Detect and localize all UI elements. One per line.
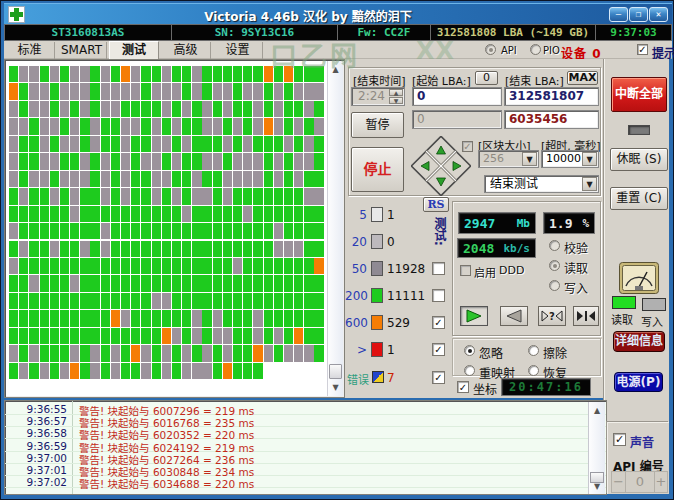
- reset-button[interactable]: 重置 (C): [610, 187, 668, 210]
- details-button[interactable]: 详细信息: [613, 331, 665, 352]
- scan-block: [40, 275, 49, 291]
- scan-block: [213, 275, 222, 291]
- map-scroll-thumb[interactable]: [329, 364, 342, 379]
- seek-test-button[interactable]: ?: [538, 306, 566, 326]
- end-time-spinner[interactable]: 2:24 ▲ ▼: [351, 87, 405, 106]
- scan-block: [162, 223, 171, 239]
- tab-测试[interactable]: 测试: [109, 41, 159, 59]
- scan-block: [101, 101, 110, 117]
- spin-up-icon[interactable]: ▲: [389, 89, 403, 96]
- scan-block: [60, 345, 69, 361]
- scan-block: [192, 83, 201, 99]
- api-number-minus-button[interactable]: −: [611, 471, 626, 493]
- scan-block: [40, 310, 49, 326]
- ddd-checkbox[interactable]: [460, 265, 471, 276]
- sleep-button[interactable]: 休眠 (S): [610, 148, 668, 171]
- scan-block: [162, 345, 171, 361]
- api-radio[interactable]: [485, 44, 496, 55]
- mode-radio-写入[interactable]: [549, 280, 560, 291]
- log-row[interactable]: 9:37:00警告! 块起始与 6027264 = 236 ms: [5, 452, 606, 464]
- log-row[interactable]: 9:37:01警告! 块起始与 6030848 = 234 ms: [5, 464, 606, 476]
- scan-block: [182, 258, 191, 274]
- loop-checkbox[interactable]: ✓: [462, 141, 473, 152]
- after-action-combo-arrow-icon[interactable]: ▼: [582, 177, 597, 191]
- defect-radio-重映射[interactable]: [464, 365, 475, 376]
- scan-block: [90, 101, 99, 117]
- scan-block: [172, 83, 181, 99]
- defect-radio-恢复[interactable]: [528, 365, 539, 376]
- scan-block: [19, 363, 28, 379]
- scan-block: [274, 136, 283, 152]
- mode-radio-校验[interactable]: [549, 240, 560, 251]
- tab-设置[interactable]: 设置: [213, 42, 263, 59]
- hint-checkbox[interactable]: ✓: [637, 44, 648, 55]
- end-lba-input[interactable]: 312581807: [504, 87, 599, 106]
- app-window: Victoria 4.46b 汉化 by 黯然的泪下 — ❐ ✕ ST31608…: [0, 0, 674, 500]
- defect-radio-忽略[interactable]: [464, 345, 475, 356]
- maximize-button[interactable]: ❐: [629, 7, 648, 22]
- scan-block: [50, 136, 59, 152]
- tab-标准[interactable]: 标准: [5, 42, 55, 59]
- scan-block: [284, 118, 293, 134]
- log-row[interactable]: 9:37:02警告! 块起始与 6034688 = 220 ms: [5, 476, 606, 488]
- back-button[interactable]: [500, 306, 528, 326]
- minimize-button[interactable]: —: [609, 7, 628, 22]
- scan-block: [9, 188, 18, 204]
- scan-block: [111, 136, 120, 152]
- scan-block: [172, 153, 181, 169]
- start-lba-zero-button[interactable]: 0: [475, 71, 498, 85]
- spin-down-icon[interactable]: ▼: [389, 97, 403, 104]
- abort-all-button[interactable]: 中断全部: [611, 77, 667, 112]
- block-size-combo-arrow-icon[interactable]: ▼: [522, 152, 537, 166]
- legend-checkbox-200[interactable]: [432, 289, 445, 302]
- log-row[interactable]: 9:36:59警告! 块起始与 6024192 = 219 ms: [5, 440, 606, 452]
- stop-button[interactable]: 停止: [351, 147, 404, 192]
- rs-button[interactable]: RS: [423, 197, 449, 212]
- max-button[interactable]: MAX: [567, 71, 598, 85]
- scan-block: [284, 83, 293, 99]
- scan-block: [284, 223, 293, 239]
- pio-radio[interactable]: [530, 44, 541, 55]
- after-action-combo[interactable]: 结束测试 ▼: [484, 175, 599, 193]
- play-button[interactable]: [460, 306, 488, 326]
- legend-checkbox-600[interactable]: ✓: [432, 316, 445, 329]
- pause-button[interactable]: 暂停: [351, 112, 404, 138]
- start-lba-input[interactable]: 0: [412, 87, 502, 106]
- tab-SMART[interactable]: SMART: [57, 42, 107, 59]
- timeout-combo-arrow-icon[interactable]: ▼: [582, 152, 597, 166]
- defect-radio-擦除[interactable]: [528, 345, 539, 356]
- log-scroll-up-icon[interactable]: ▲: [589, 406, 605, 415]
- scan-block: [90, 345, 99, 361]
- step-button[interactable]: [573, 306, 599, 326]
- scan-block: [141, 66, 150, 82]
- tab-高级[interactable]: 高级: [161, 42, 211, 59]
- log-scroll-down-icon[interactable]: ▼: [589, 482, 605, 491]
- scan-block: [304, 310, 313, 326]
- scan-block: [141, 241, 150, 257]
- block-size-combo[interactable]: 256 ▼: [478, 150, 539, 168]
- activity-meter-icon: [619, 262, 659, 294]
- scan-block: [152, 83, 161, 99]
- scan-block: [304, 293, 313, 309]
- coord-checkbox[interactable]: ✓: [457, 381, 469, 393]
- legend-checkbox-错误[interactable]: ✓: [432, 371, 445, 384]
- map-scrollbar[interactable]: ▲ ▼: [327, 61, 343, 396]
- legend-checkbox-50[interactable]: [432, 262, 445, 275]
- log-row[interactable]: 9:36:58警告! 块起始与 6020352 = 220 ms: [5, 427, 606, 439]
- log-row[interactable]: 9:36:55警告! 块起始与 6007296 = 219 ms: [5, 403, 606, 415]
- legend-checkbox->[interactable]: ✓: [432, 343, 445, 356]
- mode-radio-读取[interactable]: [549, 260, 560, 271]
- map-scroll-down-icon[interactable]: ▼: [328, 383, 343, 392]
- log-scrollbar[interactable]: ▲ ▼: [588, 402, 605, 494]
- sound-checkbox[interactable]: ✓: [613, 433, 626, 446]
- close-button[interactable]: ✕: [649, 7, 668, 22]
- scan-block: [40, 241, 49, 257]
- api-number-plus-button[interactable]: +: [654, 471, 668, 493]
- timeout-combo[interactable]: 10000 ▼: [541, 150, 599, 168]
- power-button[interactable]: 电源(P): [614, 372, 663, 392]
- log-row[interactable]: 9:36:57警告! 块起始与 6016768 = 235 ms: [5, 415, 606, 427]
- scan-block: [9, 328, 18, 344]
- mb-display: 2947Mb: [458, 212, 536, 234]
- log-time: 9:37:00: [11, 452, 67, 464]
- scan-block: [101, 83, 110, 99]
